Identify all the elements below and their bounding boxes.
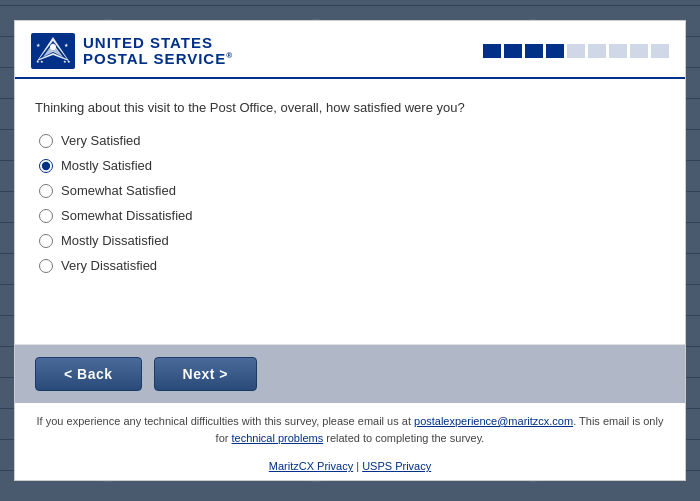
radio-mostly-satisfied[interactable] — [39, 159, 53, 173]
radio-label-very-satisfied[interactable]: Very Satisfied — [61, 133, 141, 148]
card-footer: < Back Next > If you experience any tech… — [15, 344, 685, 480]
radio-item-very-satisfied[interactable]: Very Satisfied — [39, 133, 665, 148]
footer-privacy-links: MaritzCX Privacy | USPS Privacy — [15, 456, 685, 480]
usps-trademark: ® — [226, 51, 233, 60]
survey-card: ★ ★ ★★ ★★ UNITED STATES POSTAL SERVICE® … — [14, 20, 686, 481]
radio-group: Very SatisfiedMostly SatisfiedSomewhat S… — [39, 133, 665, 273]
progress-segment-2 — [504, 44, 522, 58]
button-row: < Back Next > — [15, 345, 685, 403]
usps-eagle-icon: ★ ★ ★★ ★★ — [31, 33, 75, 69]
footer-tech-problems-link[interactable]: technical problems — [231, 432, 323, 444]
radio-label-mostly-satisfied[interactable]: Mostly Satisfied — [61, 158, 152, 173]
svg-point-4 — [50, 44, 56, 50]
radio-item-mostly-satisfied[interactable]: Mostly Satisfied — [39, 158, 665, 173]
progress-segment-3 — [525, 44, 543, 58]
radio-very-dissatisfied[interactable] — [39, 259, 53, 273]
footer-tech-support: If you experience any technical difficul… — [15, 403, 685, 456]
radio-item-mostly-dissatisfied[interactable]: Mostly Dissatisfied — [39, 233, 665, 248]
radio-item-somewhat-dissatisfied[interactable]: Somewhat Dissatisfied — [39, 208, 665, 223]
footer-text-end: related to completing the survey. — [323, 432, 484, 444]
radio-label-somewhat-satisfied[interactable]: Somewhat Satisfied — [61, 183, 176, 198]
radio-item-very-dissatisfied[interactable]: Very Dissatisfied — [39, 258, 665, 273]
radio-label-mostly-dissatisfied[interactable]: Mostly Dissatisfied — [61, 233, 169, 248]
progress-segment-6 — [588, 44, 606, 58]
maritz-privacy-link[interactable]: MaritzCX Privacy — [269, 460, 353, 472]
card-header: ★ ★ ★★ ★★ UNITED STATES POSTAL SERVICE® — [15, 21, 685, 79]
usps-line1: UNITED STATES — [83, 35, 233, 52]
back-button[interactable]: < Back — [35, 357, 142, 391]
progress-segment-4 — [546, 44, 564, 58]
usps-text-block: UNITED STATES POSTAL SERVICE® — [83, 35, 233, 68]
radio-very-satisfied[interactable] — [39, 134, 53, 148]
usps-logo: ★ ★ ★★ ★★ UNITED STATES POSTAL SERVICE® — [31, 33, 233, 69]
progress-segment-7 — [609, 44, 627, 58]
footer-text-prefix: If you experience any technical difficul… — [37, 415, 414, 427]
radio-somewhat-satisfied[interactable] — [39, 184, 53, 198]
progress-segment-8 — [630, 44, 648, 58]
progress-bar — [483, 44, 669, 58]
footer-email-link[interactable]: postalexperience@maritzcx.com — [414, 415, 573, 427]
radio-item-somewhat-satisfied[interactable]: Somewhat Satisfied — [39, 183, 665, 198]
question-text: Thinking about this visit to the Post Of… — [35, 99, 665, 117]
card-body: Thinking about this visit to the Post Of… — [15, 79, 685, 344]
svg-text:★★: ★★ — [63, 59, 71, 64]
radio-label-somewhat-dissatisfied[interactable]: Somewhat Dissatisfied — [61, 208, 193, 223]
radio-somewhat-dissatisfied[interactable] — [39, 209, 53, 223]
progress-segment-1 — [483, 44, 501, 58]
usps-privacy-link[interactable]: USPS Privacy — [362, 460, 431, 472]
usps-line2: POSTAL SERVICE® — [83, 51, 233, 68]
progress-segment-9 — [651, 44, 669, 58]
footer-sep: | — [353, 460, 362, 472]
progress-segment-5 — [567, 44, 585, 58]
radio-mostly-dissatisfied[interactable] — [39, 234, 53, 248]
next-button[interactable]: Next > — [154, 357, 257, 391]
svg-text:★★: ★★ — [36, 59, 44, 64]
radio-label-very-dissatisfied[interactable]: Very Dissatisfied — [61, 258, 157, 273]
